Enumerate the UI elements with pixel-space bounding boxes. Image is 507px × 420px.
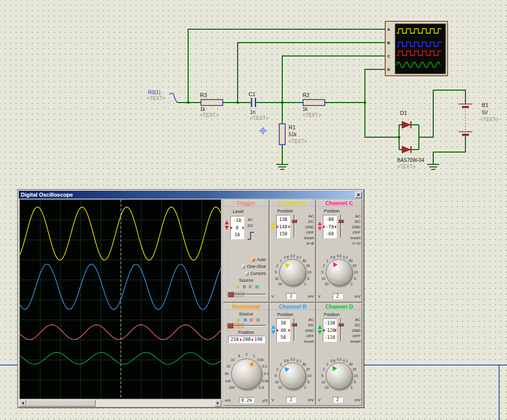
level-value: -10	[231, 218, 244, 223]
option-ac[interactable]: AC	[351, 317, 360, 322]
source-letter-b[interactable]: B	[243, 284, 246, 289]
knob-scale-label: 1	[326, 362, 328, 366]
capacitor-c1[interactable]	[252, 98, 255, 107]
c1-ref[interactable]: C1	[249, 91, 255, 97]
channel-d-gain-knob[interactable]	[326, 363, 353, 389]
oscilloscope-window[interactable]: Digital Oscilloscope × Trigger Level -10…	[17, 189, 364, 408]
trigger-mode-cursors[interactable]: Cursors	[223, 270, 266, 277]
option-a-plus-b[interactable]: A+B	[304, 241, 314, 246]
position-down-arrow[interactable]	[271, 330, 275, 334]
scroll-thumb[interactable]	[26, 400, 96, 407]
knob-scale-label: 2	[304, 282, 306, 285]
channel-c-gain-knob[interactable]	[326, 259, 353, 286]
source-letter-c[interactable]: C	[250, 317, 254, 322]
source-letter-a[interactable]: A	[237, 317, 241, 322]
knob-scale-label: 5	[307, 380, 309, 383]
position-up-arrow[interactable]	[318, 325, 322, 329]
option-dc[interactable]: DC	[351, 219, 360, 224]
r1-ref[interactable]: R1	[289, 124, 296, 130]
source-letter-d[interactable]: D	[256, 317, 260, 322]
r2-ref[interactable]: R2	[303, 92, 309, 98]
resistor-r3[interactable]	[201, 100, 223, 105]
knob-scale-label: 2	[323, 368, 325, 371]
display-scrollbar[interactable]	[19, 400, 221, 407]
position-up-arrow[interactable]	[271, 221, 275, 225]
channel-b-gain-knob[interactable]	[279, 363, 306, 389]
channel-c-position-spinner[interactable]: -80 -70 -60	[323, 215, 337, 238]
option-ac[interactable]: AC	[304, 317, 314, 322]
position-up-arrow[interactable]	[271, 325, 275, 329]
trigger-mode-one-shot[interactable]: One-Shot	[223, 263, 266, 270]
option-invert[interactable]: Invert	[351, 235, 360, 241]
trigger-dc-label[interactable]: DC	[248, 223, 254, 228]
oscilloscope-component[interactable]: A B C D	[385, 21, 448, 76]
d1-ref[interactable]: D1	[400, 110, 407, 116]
position-up-arrow[interactable]	[318, 221, 322, 225]
resistor-r2[interactable]	[303, 100, 325, 105]
source-letter-d[interactable]: D	[255, 284, 259, 289]
window-titlebar[interactable]: Digital Oscilloscope ×	[19, 191, 363, 199]
voltage-probe-icon[interactable]	[169, 93, 177, 103]
channel-d-position-spinner[interactable]: -130 -120 -110	[323, 318, 337, 342]
option-gnd[interactable]: GND	[304, 328, 314, 333]
scope-pin-label: B	[387, 41, 390, 45]
option-dc[interactable]: DC	[304, 322, 314, 328]
resistor-r1[interactable]	[279, 124, 285, 145]
option-dc[interactable]: DC	[304, 219, 314, 224]
horizontal-position-label: Position	[223, 330, 269, 335]
position-value: 130	[277, 217, 290, 222]
option-ac[interactable]: AC	[351, 213, 360, 219]
diode-d1[interactable]	[402, 121, 411, 153]
channel-d-coupling-slider[interactable]	[338, 318, 344, 342]
scope-display[interactable]	[19, 199, 221, 399]
trigger-edge-icon[interactable]	[247, 230, 255, 241]
channel-c-coupling-slider[interactable]	[338, 215, 344, 238]
r3-ref[interactable]: R3	[200, 92, 207, 98]
source-letter-c[interactable]: C	[249, 284, 253, 289]
b1-ref[interactable]: B1	[482, 102, 488, 108]
d1-value: BAS70W-04	[397, 158, 424, 163]
option-off[interactable]: OFF	[351, 230, 360, 235]
knob-scale-label: 2	[246, 353, 248, 356]
knob-scale-label: 20	[227, 364, 231, 368]
source-letter-a[interactable]: A	[236, 284, 240, 289]
option-invert[interactable]: Invert	[304, 339, 314, 344]
probe-label[interactable]: R3(1)	[148, 90, 160, 95]
channel-b-coupling-slider[interactable]	[292, 318, 297, 342]
battery-b1[interactable]	[458, 104, 472, 135]
level-down-arrow[interactable]	[225, 226, 229, 230]
trigger-level-spinner[interactable]: -10 0 10	[230, 216, 244, 239]
position-down-arrow[interactable]	[318, 227, 322, 231]
option-off[interactable]: OFF	[304, 333, 314, 339]
source-letter-b[interactable]: B	[244, 317, 247, 322]
trigger-source-slider[interactable]	[227, 292, 266, 297]
horizontal-source-slider[interactable]	[227, 323, 266, 328]
option-dc[interactable]: DC	[351, 322, 360, 328]
scroll-right-button[interactable]	[214, 400, 221, 407]
channel-a-gain-knob[interactable]	[279, 259, 306, 286]
unit-volts: V	[271, 398, 274, 402]
close-button[interactable]: ×	[355, 192, 362, 198]
position-down-arrow[interactable]	[318, 330, 322, 334]
auto-indicator	[252, 258, 255, 262]
trigger-mode-auto[interactable]: Auto	[223, 256, 266, 263]
position-down-arrow[interactable]	[271, 227, 275, 231]
option-off[interactable]: OFF	[351, 333, 360, 339]
scope-traces	[20, 200, 221, 399]
option-c-plus-d[interactable]: C+D	[351, 241, 360, 246]
timebase-knob[interactable]	[231, 359, 262, 389]
trigger-ac-label[interactable]: AC	[248, 217, 253, 222]
scroll-left-button[interactable]	[19, 400, 26, 407]
channel-b-position-spinner[interactable]: 30 40 50	[276, 318, 290, 342]
horizontal-position-spinner[interactable]: 210 200 190	[228, 336, 265, 343]
level-up-arrow[interactable]	[225, 220, 229, 224]
option-gnd[interactable]: GND	[304, 224, 314, 230]
option-ac[interactable]: AC	[304, 213, 314, 219]
option-invert[interactable]: Invert	[351, 339, 360, 344]
option-gnd[interactable]: GND	[351, 224, 360, 230]
option-off[interactable]: OFF	[304, 230, 314, 235]
channel-a-coupling-slider[interactable]	[292, 215, 297, 238]
option-invert[interactable]: Invert	[304, 235, 314, 241]
channel-a-position-spinner[interactable]: 130 140 150	[276, 215, 290, 238]
option-gnd[interactable]: GND	[351, 328, 360, 333]
